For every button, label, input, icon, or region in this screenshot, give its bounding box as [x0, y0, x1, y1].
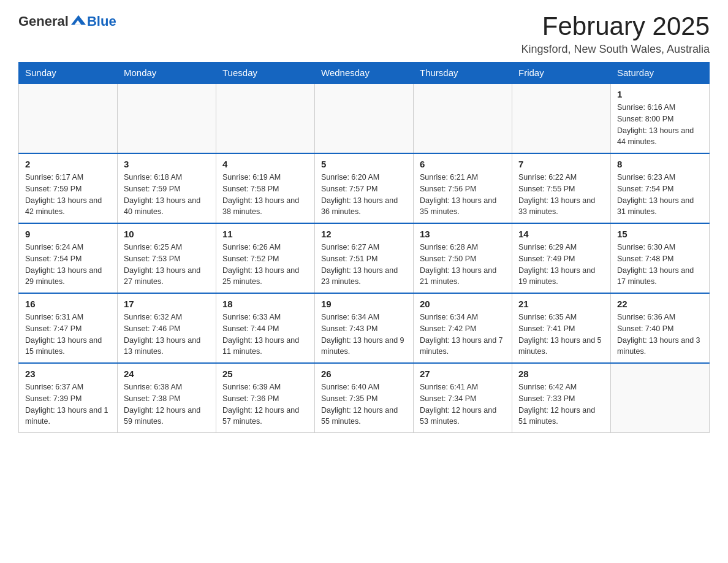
calendar-cell: 9Sunrise: 6:24 AM Sunset: 7:54 PM Daylig… — [19, 223, 118, 293]
day-info: Sunrise: 6:28 AM Sunset: 7:50 PM Dayligh… — [420, 242, 506, 288]
weekday-header-sunday: Sunday — [19, 63, 118, 84]
day-info: Sunrise: 6:32 AM Sunset: 7:46 PM Dayligh… — [124, 312, 210, 358]
day-info: Sunrise: 6:18 AM Sunset: 7:59 PM Dayligh… — [124, 172, 210, 218]
day-info: Sunrise: 6:24 AM Sunset: 7:54 PM Dayligh… — [25, 242, 111, 288]
calendar-cell: 3Sunrise: 6:18 AM Sunset: 7:59 PM Daylig… — [118, 153, 216, 223]
page-header: General Blue February 2025 Kingsford, Ne… — [18, 12, 710, 56]
calendar-cell: 18Sunrise: 6:33 AM Sunset: 7:44 PM Dayli… — [216, 293, 315, 363]
calendar-cell: 16Sunrise: 6:31 AM Sunset: 7:47 PM Dayli… — [19, 293, 118, 363]
day-number: 21 — [518, 299, 604, 309]
day-number: 28 — [518, 369, 604, 379]
day-number: 10 — [124, 229, 210, 239]
day-info: Sunrise: 6:21 AM Sunset: 7:56 PM Dayligh… — [420, 172, 506, 218]
calendar-cell: 12Sunrise: 6:27 AM Sunset: 7:51 PM Dayli… — [315, 223, 414, 293]
day-number: 8 — [617, 159, 703, 169]
day-info: Sunrise: 6:35 AM Sunset: 7:41 PM Dayligh… — [518, 312, 604, 358]
calendar-cell: 25Sunrise: 6:39 AM Sunset: 7:36 PM Dayli… — [216, 363, 315, 433]
day-number: 5 — [321, 159, 407, 169]
day-info: Sunrise: 6:40 AM Sunset: 7:35 PM Dayligh… — [321, 381, 407, 427]
logo-blue-text: Blue — [87, 13, 116, 29]
calendar-cell — [216, 83, 315, 153]
day-number: 6 — [420, 159, 506, 169]
calendar-cell: 27Sunrise: 6:41 AM Sunset: 7:34 PM Dayli… — [414, 363, 512, 433]
calendar-cell: 11Sunrise: 6:26 AM Sunset: 7:52 PM Dayli… — [216, 223, 315, 293]
day-info: Sunrise: 6:25 AM Sunset: 7:53 PM Dayligh… — [124, 242, 210, 288]
weekday-header-wednesday: Wednesday — [315, 63, 414, 84]
weekday-header-friday: Friday — [512, 63, 611, 84]
month-title: February 2025 — [521, 12, 710, 40]
calendar-cell: 20Sunrise: 6:34 AM Sunset: 7:42 PM Dayli… — [414, 293, 512, 363]
day-info: Sunrise: 6:23 AM Sunset: 7:54 PM Dayligh… — [617, 172, 703, 218]
calendar-table: SundayMondayTuesdayWednesdayThursdayFrid… — [18, 62, 710, 433]
week-row-4: 16Sunrise: 6:31 AM Sunset: 7:47 PM Dayli… — [19, 293, 710, 363]
calendar-cell: 17Sunrise: 6:32 AM Sunset: 7:46 PM Dayli… — [118, 293, 216, 363]
day-info: Sunrise: 6:34 AM Sunset: 7:42 PM Dayligh… — [420, 312, 506, 358]
day-number: 14 — [518, 229, 604, 239]
calendar-cell: 24Sunrise: 6:38 AM Sunset: 7:38 PM Dayli… — [118, 363, 216, 433]
calendar-cell: 22Sunrise: 6:36 AM Sunset: 7:40 PM Dayli… — [611, 293, 710, 363]
weekday-header-row: SundayMondayTuesdayWednesdayThursdayFrid… — [19, 63, 710, 84]
calendar-cell: 10Sunrise: 6:25 AM Sunset: 7:53 PM Dayli… — [118, 223, 216, 293]
day-number: 23 — [25, 369, 111, 379]
title-block: February 2025 Kingsford, New South Wales… — [521, 12, 710, 56]
calendar-cell — [512, 83, 611, 153]
weekday-header-thursday: Thursday — [414, 63, 512, 84]
calendar-cell: 4Sunrise: 6:19 AM Sunset: 7:58 PM Daylig… — [216, 153, 315, 223]
day-number: 9 — [25, 229, 111, 239]
day-number: 18 — [222, 299, 308, 309]
weekday-header-tuesday: Tuesday — [216, 63, 315, 84]
day-number: 19 — [321, 299, 407, 309]
calendar-cell: 14Sunrise: 6:29 AM Sunset: 7:49 PM Dayli… — [512, 223, 611, 293]
calendar-cell — [611, 363, 710, 433]
calendar-cell: 26Sunrise: 6:40 AM Sunset: 7:35 PM Dayli… — [315, 363, 414, 433]
week-row-2: 2Sunrise: 6:17 AM Sunset: 7:59 PM Daylig… — [19, 153, 710, 223]
day-number: 7 — [518, 159, 604, 169]
calendar-cell — [118, 83, 216, 153]
day-number: 12 — [321, 229, 407, 239]
weekday-header-monday: Monday — [118, 63, 216, 84]
day-info: Sunrise: 6:26 AM Sunset: 7:52 PM Dayligh… — [222, 242, 308, 288]
day-number: 11 — [222, 229, 308, 239]
day-info: Sunrise: 6:37 AM Sunset: 7:39 PM Dayligh… — [25, 381, 111, 427]
day-number: 16 — [25, 299, 111, 309]
day-number: 20 — [420, 299, 506, 309]
day-info: Sunrise: 6:42 AM Sunset: 7:33 PM Dayligh… — [518, 381, 604, 427]
calendar-cell: 2Sunrise: 6:17 AM Sunset: 7:59 PM Daylig… — [19, 153, 118, 223]
day-info: Sunrise: 6:41 AM Sunset: 7:34 PM Dayligh… — [420, 381, 506, 427]
day-info: Sunrise: 6:34 AM Sunset: 7:43 PM Dayligh… — [321, 312, 407, 358]
day-number: 2 — [25, 159, 111, 169]
day-info: Sunrise: 6:36 AM Sunset: 7:40 PM Dayligh… — [617, 312, 703, 358]
calendar-cell: 1Sunrise: 6:16 AM Sunset: 8:00 PM Daylig… — [611, 83, 710, 153]
day-number: 22 — [617, 299, 703, 309]
logo: General Blue — [18, 12, 116, 29]
calendar-cell: 19Sunrise: 6:34 AM Sunset: 7:43 PM Dayli… — [315, 293, 414, 363]
calendar-cell — [414, 83, 512, 153]
day-number: 1 — [617, 89, 703, 99]
calendar-cell: 28Sunrise: 6:42 AM Sunset: 7:33 PM Dayli… — [512, 363, 611, 433]
week-row-5: 23Sunrise: 6:37 AM Sunset: 7:39 PM Dayli… — [19, 363, 710, 433]
day-number: 25 — [222, 369, 308, 379]
day-info: Sunrise: 6:16 AM Sunset: 8:00 PM Dayligh… — [617, 102, 703, 148]
day-info: Sunrise: 6:38 AM Sunset: 7:38 PM Dayligh… — [124, 381, 210, 427]
day-info: Sunrise: 6:31 AM Sunset: 7:47 PM Dayligh… — [25, 312, 111, 358]
day-number: 4 — [222, 159, 308, 169]
day-number: 26 — [321, 369, 407, 379]
week-row-1: 1Sunrise: 6:16 AM Sunset: 8:00 PM Daylig… — [19, 83, 710, 153]
calendar-cell: 13Sunrise: 6:28 AM Sunset: 7:50 PM Dayli… — [414, 223, 512, 293]
day-info: Sunrise: 6:33 AM Sunset: 7:44 PM Dayligh… — [222, 312, 308, 358]
day-info: Sunrise: 6:19 AM Sunset: 7:58 PM Dayligh… — [222, 172, 308, 218]
day-number: 3 — [124, 159, 210, 169]
day-number: 17 — [124, 299, 210, 309]
day-number: 15 — [617, 229, 703, 239]
calendar-cell: 6Sunrise: 6:21 AM Sunset: 7:56 PM Daylig… — [414, 153, 512, 223]
day-number: 27 — [420, 369, 506, 379]
day-info: Sunrise: 6:29 AM Sunset: 7:49 PM Dayligh… — [518, 242, 604, 288]
calendar-cell: 23Sunrise: 6:37 AM Sunset: 7:39 PM Dayli… — [19, 363, 118, 433]
calendar-cell: 5Sunrise: 6:20 AM Sunset: 7:57 PM Daylig… — [315, 153, 414, 223]
calendar-cell: 8Sunrise: 6:23 AM Sunset: 7:54 PM Daylig… — [611, 153, 710, 223]
calendar-cell: 15Sunrise: 6:30 AM Sunset: 7:48 PM Dayli… — [611, 223, 710, 293]
day-info: Sunrise: 6:22 AM Sunset: 7:55 PM Dayligh… — [518, 172, 604, 218]
weekday-header-saturday: Saturday — [611, 63, 710, 84]
calendar-cell — [315, 83, 414, 153]
day-info: Sunrise: 6:20 AM Sunset: 7:57 PM Dayligh… — [321, 172, 407, 218]
